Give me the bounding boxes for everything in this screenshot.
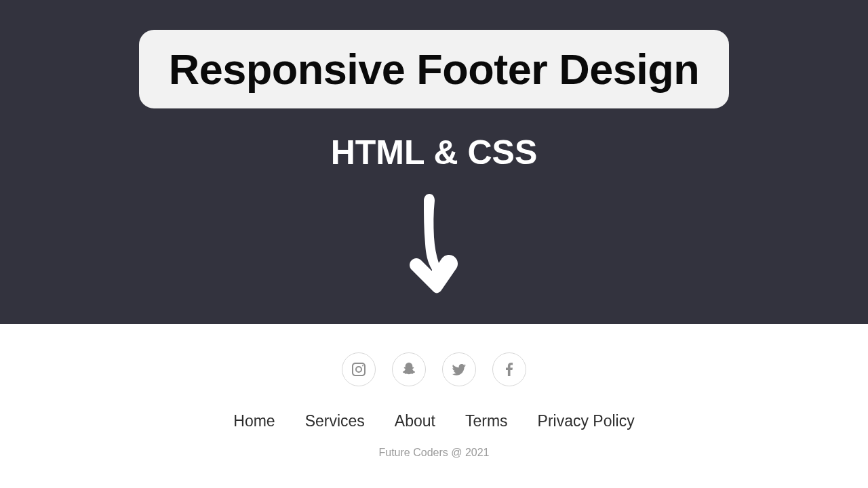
instagram-icon[interactable] — [342, 352, 376, 386]
arrow-down-icon — [403, 188, 465, 297]
copyright-text: Future Coders @ 2021 — [379, 447, 490, 459]
social-icons-row — [342, 352, 526, 386]
nav-link-privacy[interactable]: Privacy Policy — [538, 412, 635, 430]
subtitle: HTML & CSS — [331, 133, 538, 172]
footer-section: Home Services About Terms Privacy Policy… — [0, 324, 868, 459]
nav-link-about[interactable]: About — [395, 412, 435, 430]
hero-section: Responsive Footer Design HTML & CSS — [0, 0, 868, 324]
facebook-icon[interactable] — [492, 352, 526, 386]
page-title: Responsive Footer Design — [166, 45, 702, 94]
nav-link-home[interactable]: Home — [233, 412, 275, 430]
footer-nav: Home Services About Terms Privacy Policy — [233, 412, 634, 430]
nav-link-services[interactable]: Services — [305, 412, 365, 430]
nav-link-terms[interactable]: Terms — [465, 412, 508, 430]
snapchat-icon[interactable] — [392, 352, 426, 386]
title-card: Responsive Footer Design — [139, 30, 729, 108]
twitter-icon[interactable] — [442, 352, 476, 386]
